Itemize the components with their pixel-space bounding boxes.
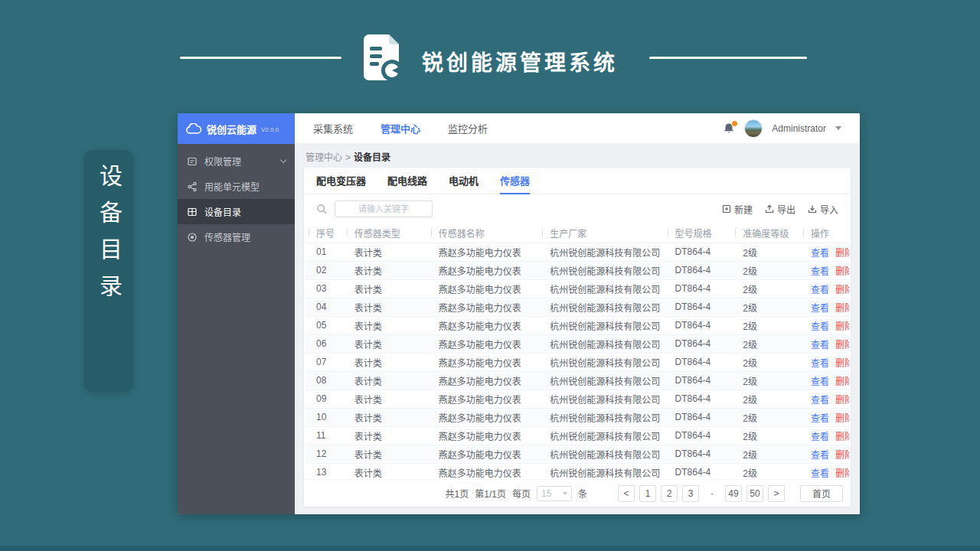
pager-page-button-2[interactable]: 2 <box>661 485 678 502</box>
chevron-down-icon[interactable] <box>835 126 841 130</box>
pager-page-button-3[interactable]: 3 <box>682 485 699 502</box>
delete-link[interactable]: 删除 <box>835 468 849 479</box>
top-navigation: 采集系统 管理中心 监控分析 Administrator <box>295 113 860 144</box>
tab-distribution-line[interactable]: 配电线路 <box>387 168 427 194</box>
cell-sensor-type: 表计类 <box>344 371 428 390</box>
sidebar: 锐创云能源 V2.0.0 权限管理 用 <box>178 113 295 514</box>
cell-manufacturer: 杭州锐创能源科技有限公司 <box>539 243 664 261</box>
device-table-card: 配电变压器 配电线路 电动机 传感器 <box>304 168 851 507</box>
tab-electric-motor[interactable]: 电动机 <box>449 168 479 194</box>
cell-sensor-name: 燕赵多功能电力仪表 <box>428 353 540 371</box>
notification-bell-icon[interactable] <box>723 122 735 135</box>
product-version: V2.0.0 <box>261 126 279 133</box>
sidebar-item-sensor-management[interactable]: 传感器管理 <box>178 224 295 249</box>
pager-page-button-1[interactable]: 1 <box>639 485 656 502</box>
cell-actions: 查看删除 <box>800 298 849 316</box>
cell-sensor-type: 表计类 <box>344 243 428 261</box>
cloud-icon <box>185 123 202 135</box>
pager-next-button[interactable]: > <box>768 485 785 502</box>
unit-label: 条 <box>578 487 587 500</box>
delete-link[interactable]: 删除 <box>835 248 849 259</box>
import-label: 导入 <box>820 203 838 216</box>
sidebar-item-device-catalog[interactable]: 设备目录 <box>178 199 295 224</box>
table-toolbar: 新建 导出 <box>304 194 851 223</box>
tab-sensor[interactable]: 传感器 <box>500 168 530 194</box>
view-link[interactable]: 查看 <box>811 285 829 295</box>
cell-model: DT864-4 <box>665 243 733 261</box>
delete-link[interactable]: 删除 <box>835 285 849 295</box>
cell-sensor-type: 表计类 <box>344 445 428 463</box>
delete-link[interactable]: 删除 <box>835 450 849 461</box>
cell-sensor-type: 表计类 <box>344 316 428 334</box>
export-icon <box>765 204 774 214</box>
delete-link[interactable]: 删除 <box>835 432 849 442</box>
avatar[interactable] <box>744 119 763 138</box>
table-header-row: 序号 传感器类型 传感器名称 生产厂家 型号规格 准确度等级 操作 <box>305 223 849 243</box>
delete-link[interactable]: 删除 <box>835 340 849 350</box>
cell-model: DT864-4 <box>665 426 733 445</box>
import-button[interactable]: 导入 <box>808 203 838 216</box>
view-link[interactable]: 查看 <box>811 248 829 259</box>
pager-pages: 123-4950 <box>639 485 763 502</box>
view-link[interactable]: 查看 <box>811 395 829 406</box>
cell-manufacturer: 杭州锐创能源科技有限公司 <box>539 334 664 353</box>
section-label-card: 设备目录 <box>84 150 133 392</box>
delete-link[interactable]: 删除 <box>835 395 849 406</box>
delete-link[interactable]: 删除 <box>835 377 849 387</box>
view-link[interactable]: 查看 <box>811 358 829 369</box>
col-sensor-type: 传感器类型 <box>344 223 428 243</box>
delete-link[interactable]: 删除 <box>835 266 849 277</box>
title-divider-right <box>649 57 807 59</box>
sidebar-menu: 权限管理 用能单元模型 设备目录 <box>178 148 295 249</box>
tab-distribution-transformer[interactable]: 配电变压器 <box>316 168 366 194</box>
pager-prev-button[interactable]: < <box>618 485 635 502</box>
pager-page-button-50[interactable]: 50 <box>746 485 763 502</box>
cell-manufacturer: 杭州锐创能源科技有限公司 <box>539 279 664 298</box>
bottom-accent-strip <box>0 546 980 551</box>
view-link[interactable]: 查看 <box>811 432 829 442</box>
nav-item-management-center[interactable]: 管理中心 <box>381 121 420 135</box>
cell-model: DT864-4 <box>665 445 733 463</box>
per-page-select[interactable]: 15 <box>537 486 572 501</box>
sidebar-item-energy-unit-model[interactable]: 用能单元模型 <box>178 174 295 199</box>
first-page-button[interactable]: 首页 <box>800 485 843 502</box>
cell-model: DT864-4 <box>665 371 733 390</box>
delete-link[interactable]: 删除 <box>835 358 849 369</box>
table-row: 03表计类燕赵多功能电力仪表杭州锐创能源科技有限公司DT864-42级查看删除 <box>305 279 849 298</box>
delete-link[interactable]: 删除 <box>835 413 849 424</box>
export-label: 导出 <box>777 203 795 216</box>
sidebar-item-permissions[interactable]: 权限管理 <box>178 148 295 174</box>
username[interactable]: Administrator <box>772 123 826 134</box>
cell-model: DT864-4 <box>665 298 733 316</box>
view-link[interactable]: 查看 <box>811 377 829 387</box>
table-row: 01表计类燕赵多功能电力仪表杭州锐创能源科技有限公司DT864-42级查看删除 <box>305 243 849 261</box>
cell-model: DT864-4 <box>665 261 733 279</box>
view-link[interactable]: 查看 <box>811 303 829 314</box>
nav-item-collection-system[interactable]: 采集系统 <box>313 121 353 135</box>
chevron-down-icon <box>280 157 286 163</box>
cell-accuracy-grade: 2级 <box>732 390 800 408</box>
view-link[interactable]: 查看 <box>811 266 829 277</box>
cell-manufacturer: 杭州锐创能源科技有限公司 <box>539 371 664 390</box>
content-area: 管理中心>设备目录 配电变压器 配电线路 电动机 传感器 <box>295 144 860 514</box>
create-button[interactable]: 新建 <box>722 203 753 216</box>
view-link[interactable]: 查看 <box>811 340 829 350</box>
cell-manufacturer: 杭州锐创能源科技有限公司 <box>539 298 664 316</box>
delete-link[interactable]: 删除 <box>835 321 849 332</box>
cell-model: DT864-4 <box>665 390 733 408</box>
cell-no: 05 <box>305 316 344 334</box>
view-link[interactable]: 查看 <box>811 413 829 424</box>
view-link[interactable]: 查看 <box>811 450 829 461</box>
cell-sensor-name: 燕赵多功能电力仪表 <box>428 334 540 353</box>
delete-link[interactable]: 删除 <box>835 303 849 314</box>
search-input[interactable] <box>335 201 433 217</box>
pagination-summary: 共1页 第1/1页 每页 15 条 <box>446 486 587 501</box>
pager-page-button-49[interactable]: 49 <box>725 485 742 502</box>
sensor-table: 序号 传感器类型 传感器名称 生产厂家 型号规格 准确度等级 操作 01表计类燕… <box>304 223 851 479</box>
view-link[interactable]: 查看 <box>811 468 829 479</box>
view-link[interactable]: 查看 <box>811 321 829 332</box>
export-button[interactable]: 导出 <box>765 203 795 216</box>
breadcrumb-parent[interactable]: 管理中心 <box>305 152 342 163</box>
nav-item-monitoring-analysis[interactable]: 监控分析 <box>448 121 488 135</box>
col-accuracy-grade: 准确度等级 <box>732 223 800 243</box>
